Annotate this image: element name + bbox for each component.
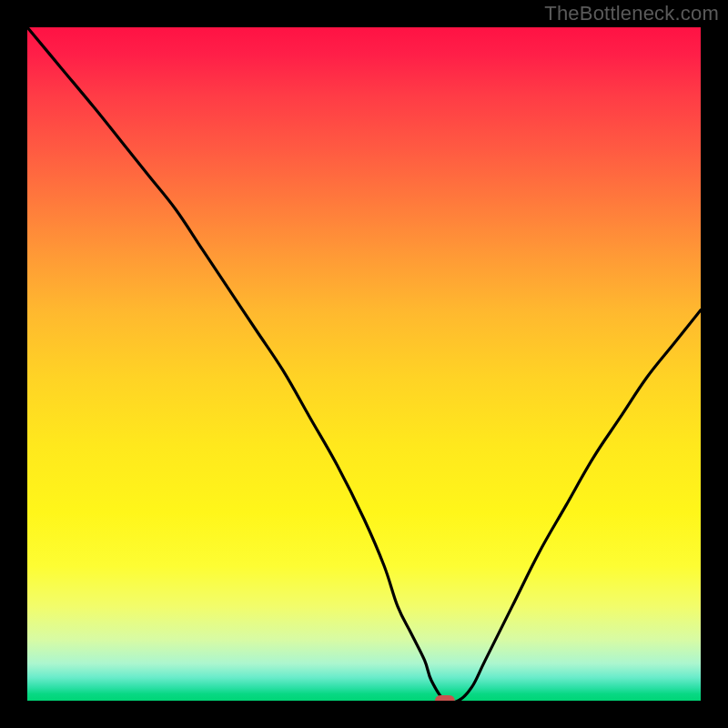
plot-area (27, 27, 701, 701)
optimum-marker (435, 695, 455, 701)
watermark-text: TheBottleneck.com (544, 2, 719, 25)
chart-frame: TheBottleneck.com (0, 0, 728, 728)
bottleneck-curve (27, 27, 701, 701)
curve-layer (27, 27, 701, 701)
